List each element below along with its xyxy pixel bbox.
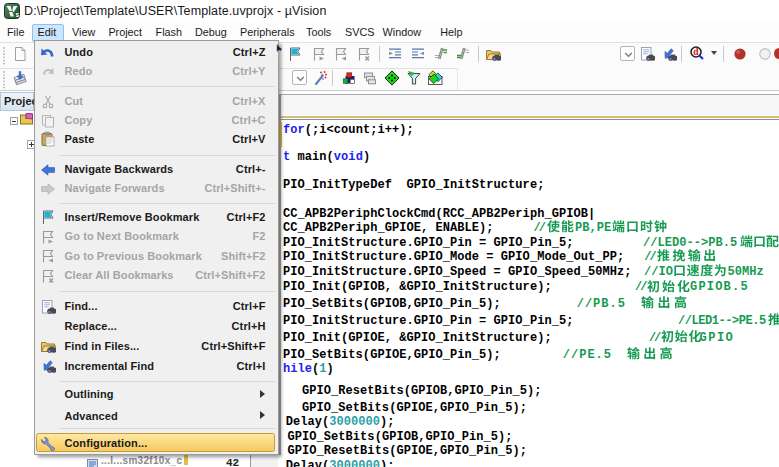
svg-text:s: s xyxy=(16,11,20,18)
svg-text:d: d xyxy=(693,47,699,57)
